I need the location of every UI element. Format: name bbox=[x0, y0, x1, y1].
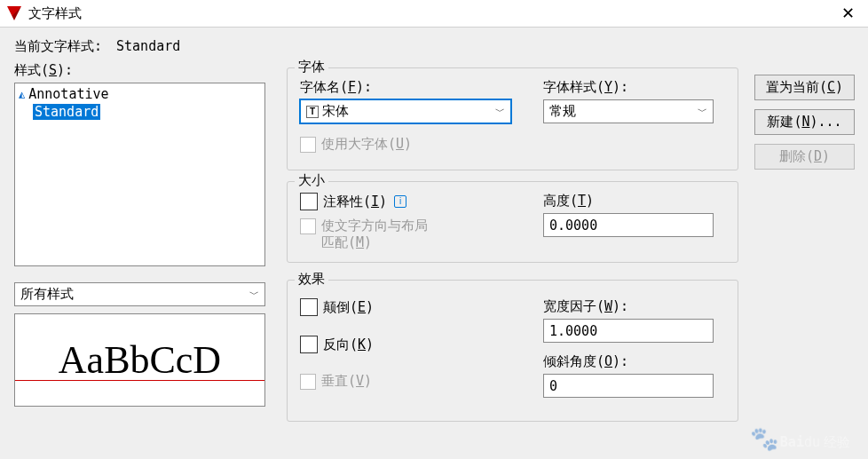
height-input[interactable]: 0.0000 bbox=[543, 213, 714, 237]
font-style-combo[interactable]: 常规 ﹀ bbox=[543, 99, 714, 123]
truetype-icon: T bbox=[306, 106, 319, 118]
width-factor-value: 1.0000 bbox=[549, 323, 597, 339]
styles-listbox[interactable]: ◭ Annotative Standard bbox=[14, 83, 265, 266]
font-name-value: 宋体 bbox=[322, 103, 349, 120]
app-icon bbox=[7, 6, 21, 20]
close-icon[interactable]: ✕ bbox=[827, 0, 868, 28]
font-style-value: 常规 bbox=[549, 103, 576, 120]
oblique-value: 0 bbox=[549, 378, 557, 394]
height-label: 高度(T) bbox=[543, 193, 594, 209]
backwards-checkbox[interactable] bbox=[300, 336, 318, 353]
chevron-down-icon: ﹀ bbox=[495, 105, 505, 118]
upsidedown-checkbox[interactable] bbox=[300, 298, 318, 316]
set-current-button[interactable]: 置为当前(C) bbox=[754, 75, 855, 100]
bigfont-checkbox bbox=[300, 137, 316, 153]
watermark: 🐾 Baidu 经验 bbox=[750, 425, 850, 452]
filter-combo[interactable]: 所有样式 ﹀ bbox=[14, 282, 265, 306]
font-group-label: 字体 bbox=[295, 59, 328, 75]
new-button[interactable]: 新建(N)... bbox=[754, 109, 855, 135]
list-item[interactable]: Standard bbox=[17, 103, 263, 121]
vertical-label: 垂直(V) bbox=[321, 373, 372, 390]
effects-group-label: 效果 bbox=[295, 271, 328, 288]
bigfont-label: 使用大字体(U) bbox=[321, 136, 412, 153]
list-item-label: Annotative bbox=[28, 86, 108, 102]
annotative-checkbox[interactable] bbox=[300, 193, 318, 210]
upsidedown-label: 颠倒(E) bbox=[323, 299, 374, 316]
filter-value: 所有样式 bbox=[20, 286, 74, 303]
annotative-icon: ◭ bbox=[19, 88, 25, 100]
styles-label: 样式(S): bbox=[14, 62, 73, 78]
list-item[interactable]: ◭ Annotative bbox=[17, 85, 263, 103]
current-style-label: 当前文字样式: bbox=[14, 38, 102, 55]
preview-panel: AaBbCcD bbox=[14, 313, 265, 407]
annotative-label: 注释性(I) bbox=[323, 194, 387, 210]
width-factor-label: 宽度因子(W): bbox=[543, 298, 628, 314]
font-style-label: 字体样式(Y): bbox=[543, 79, 628, 95]
window-title: 文字样式 bbox=[28, 5, 82, 22]
oblique-input[interactable]: 0 bbox=[543, 374, 714, 398]
oblique-label: 倾斜角度(O): bbox=[543, 353, 628, 369]
list-item-label: Standard bbox=[33, 104, 100, 120]
height-value: 0.0000 bbox=[549, 218, 597, 233]
match-orient-checkbox bbox=[300, 218, 316, 234]
backwards-label: 反向(K) bbox=[323, 336, 374, 353]
width-factor-input[interactable]: 1.0000 bbox=[543, 319, 714, 343]
chevron-down-icon: ﹀ bbox=[249, 288, 259, 301]
delete-button: 删除(D) bbox=[754, 144, 855, 170]
chevron-down-icon: ﹀ bbox=[698, 105, 707, 118]
font-name-combo[interactable]: T 宋体 ﹀ bbox=[300, 99, 511, 123]
paw-icon: 🐾 bbox=[750, 425, 778, 452]
font-name-label: 字体名(F): bbox=[300, 79, 372, 95]
size-group-label: 大小 bbox=[295, 172, 328, 189]
preview-sample: AaBbCcD bbox=[59, 337, 221, 383]
vertical-checkbox bbox=[300, 374, 316, 390]
current-style-value: Standard bbox=[116, 38, 180, 55]
info-icon[interactable]: i bbox=[394, 195, 406, 208]
match-orient-label: 使文字方向与布局匹配(M) bbox=[321, 218, 428, 251]
